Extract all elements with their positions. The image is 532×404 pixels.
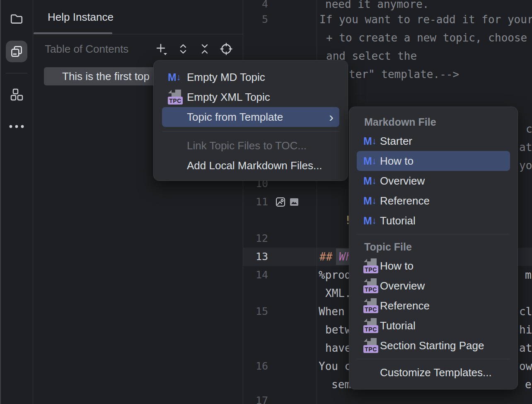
submenu-item-overview-topic[interactable]: TPC Overview [357, 276, 510, 296]
submenu-item-starter[interactable]: M↓ Starter [357, 131, 510, 151]
code-line-5: If you want to re-add it for your [319, 10, 532, 29]
panel-title: Table of Contents [45, 34, 128, 63]
code-fragment: at [519, 138, 532, 156]
menu-item-add-local-markdown[interactable]: Add Local Markdown Files... [162, 156, 339, 175]
code-line-15-wrap-1: betw [325, 321, 351, 339]
window-edge [0, 0, 1, 404]
more-tool-windows-button[interactable] [6, 116, 27, 137]
markdown-file-icon: M↓ [363, 173, 380, 189]
line-number: 14 [243, 266, 268, 284]
code-line-14-wrap: XML. [325, 284, 351, 302]
menu-item-link-topic-files: Link Topic Files to TOC... [162, 136, 339, 156]
markdown-file-icon: M↓ [363, 133, 380, 149]
code-line-15: When [319, 302, 345, 321]
topic-file-icon: TPC [363, 258, 380, 274]
help-instance-tool-button[interactable] [6, 41, 27, 62]
code-line-5-wrap-1: + to create a new topic, choose t [326, 29, 532, 47]
instances-icon [10, 44, 24, 58]
menu-item-empty-md-topic[interactable]: M↓ Empty MD Topic [162, 67, 339, 87]
writerside-ide: { "icons": { "md_m": "M", "md_arrow": "↓… [0, 0, 532, 404]
code-fragment: yo [519, 156, 532, 175]
code-fragment: c [526, 120, 532, 138]
active-tab-indicator [34, 32, 112, 34]
topic-template-submenu: Markdown File M↓ Starter M↓ How to M↓ Ov… [349, 107, 518, 389]
structure-tool-button[interactable] [6, 84, 27, 105]
topic-file-icon: TPC [363, 277, 380, 294]
activity-bar-divider [6, 73, 27, 73]
menu-item-empty-xml-topic[interactable]: TPC Empty XML Topic [162, 87, 339, 107]
topic-file-icon: TPC [168, 89, 187, 105]
image-preview-filled-icon[interactable] [289, 197, 300, 207]
plus-dropdown-icon [155, 42, 169, 56]
locate-button[interactable] [219, 41, 234, 56]
add-topic-context-menu: M↓ Empty MD Topic TPC Empty XML Topic To… [153, 60, 348, 181]
folder-icon [10, 12, 24, 26]
menu-item-topic-from-template[interactable]: Topic from Template › [162, 107, 339, 127]
menu-item-label: Topic from Template [187, 111, 283, 124]
menu-item-label: Link Topic Files to TOC... [187, 139, 307, 152]
code-fragment: m [525, 266, 532, 284]
topic-file-icon: TPC [363, 337, 380, 354]
tool-window-header: Help Instance [34, 0, 243, 34]
target-icon [219, 42, 233, 56]
submenu-item-customize-templates[interactable]: Customize Templates... [357, 363, 510, 382]
submenu-section-header: Markdown File [349, 113, 517, 131]
line-number: 12 [243, 229, 268, 248]
line-number: 5 [243, 10, 268, 29]
menu-separator [357, 234, 510, 234]
markdown-file-icon: M↓ [363, 192, 380, 209]
submenu-item-tutorial-md[interactable]: M↓ Tutorial [357, 211, 510, 231]
submenu-item-reference-md[interactable]: M↓ Reference [357, 191, 510, 211]
menu-item-label: Add Local Markdown Files... [187, 159, 322, 172]
code-line-11-right: ){ [519, 193, 532, 248]
submenu-item-overview-md[interactable]: M↓ Overview [357, 171, 510, 191]
line-number-current: 13 [243, 248, 268, 266]
toc-item-label: This is the first top [62, 70, 150, 83]
menu-separator [357, 359, 510, 359]
submenu-section-header: Topic File [349, 238, 517, 256]
submenu-item-reference-topic[interactable]: TPC Reference [357, 296, 510, 316]
line-number: 11 [243, 193, 268, 211]
code-line-5-wrap-3: ter" template.--> [349, 65, 459, 83]
line-number: 15 [243, 302, 268, 321]
code-fragment: e [525, 375, 532, 394]
code-fragment: hi [519, 321, 532, 339]
expand-all-icon [177, 42, 190, 56]
markdown-file-icon: M↓ [363, 153, 380, 169]
submenu-item-how-to-md[interactable]: M↓ How to [357, 151, 510, 171]
code-line-16-wrap: sem [331, 375, 351, 394]
submenu-chevron-icon: › [329, 110, 334, 124]
heading-hashes: ## [319, 248, 332, 266]
code-fragment: at [519, 339, 532, 357]
structure-icon [9, 87, 24, 102]
submenu-item-how-to-topic[interactable]: TPC How to [357, 256, 510, 276]
collapse-all-button[interactable] [197, 41, 212, 56]
code-line-15-wrap-2: have [325, 339, 351, 357]
more-dots-icon [8, 124, 25, 129]
topic-file-icon: TPC [363, 317, 380, 334]
menu-separator [162, 131, 339, 131]
code-fragment: ow [519, 357, 532, 375]
line-number: 16 [243, 357, 268, 375]
submenu-item-tutorial-topic[interactable]: TPC Tutorial [357, 316, 510, 336]
line-number: 17 [243, 392, 268, 404]
menu-item-label: Empty XML Topic [187, 91, 270, 104]
image-preview-outline-icon[interactable] [275, 197, 286, 207]
project-tool-button[interactable] [6, 8, 27, 29]
code-line-14: %prod [319, 266, 351, 284]
expand-all-button[interactable] [176, 41, 191, 56]
submenu-item-section-starting-page[interactable]: TPC Section Starting Page [357, 336, 510, 355]
topic-file-icon: TPC [363, 297, 380, 314]
activity-bar [0, 0, 33, 404]
markdown-file-icon: M↓ [168, 69, 187, 85]
toc-toolbar: Table of Contents [34, 34, 243, 63]
code-line-16: You c [319, 357, 351, 375]
tool-window-title[interactable]: Help Instance [48, 11, 114, 24]
collapse-all-icon [198, 42, 211, 56]
markdown-file-icon: M↓ [363, 212, 380, 229]
add-topic-button[interactable] [154, 41, 169, 56]
menu-item-label: Empty MD Topic [187, 71, 265, 84]
code-fragment: cl [519, 302, 532, 321]
